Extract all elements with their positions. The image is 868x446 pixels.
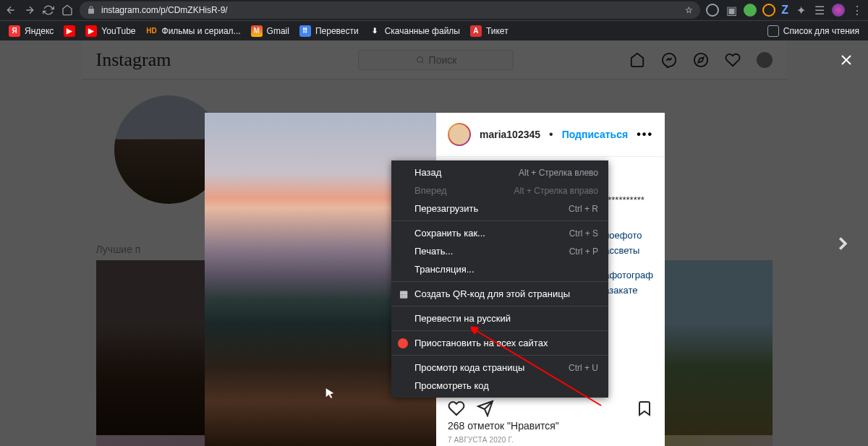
post-date: 7 АВГУСТА 2020 Г. bbox=[436, 436, 665, 446]
share-icon[interactable] bbox=[477, 400, 494, 417]
bookmark-translate[interactable]: ⠿Перевести bbox=[299, 25, 359, 37]
browser-chrome: instagram.com/p/CDmZKHisR-9/ ☆ ▣ Z ✦ ☰ ⋮… bbox=[0, 0, 868, 40]
bookmark-icon[interactable] bbox=[636, 400, 653, 417]
bookmark-gmail[interactable]: MGmail bbox=[251, 25, 289, 37]
bookmark-reading-list[interactable]: Список для чтения bbox=[767, 25, 859, 37]
ctx-reload[interactable]: ПерезагрузитьCtrl + R bbox=[391, 200, 608, 218]
bookmark-youtube-icon[interactable]: ▶ bbox=[64, 25, 75, 37]
ctx-inspect[interactable]: Просмотреть код bbox=[391, 377, 608, 395]
menu-icon[interactable]: ⋮ bbox=[851, 4, 864, 17]
post-actions bbox=[436, 394, 665, 420]
ext-icon-4[interactable] bbox=[762, 4, 775, 17]
cursor-icon bbox=[324, 387, 336, 399]
reload-icon[interactable] bbox=[42, 4, 55, 17]
address-bar[interactable]: instagram.com/p/CDmZKHisR-9/ ☆ bbox=[80, 1, 700, 19]
ctx-view-source[interactable]: Просмотр кода страницыCtrl + U bbox=[391, 359, 608, 377]
ctx-cast[interactable]: Трансляция... bbox=[391, 260, 608, 278]
post-more-icon[interactable]: ••• bbox=[637, 128, 653, 141]
ctx-forward: ВпередAlt + Стрелка вправо bbox=[391, 181, 608, 200]
context-menu: НазадAlt + Стрелка влево ВпередAlt + Стр… bbox=[391, 160, 608, 398]
qr-icon: ▦ bbox=[398, 288, 409, 300]
bookmark-youtube[interactable]: ▶YouTube bbox=[85, 25, 135, 37]
url-text: instagram.com/p/CDmZKHisR-9/ bbox=[101, 5, 228, 15]
bookmark-films[interactable]: HDФильмы и сериал... bbox=[146, 25, 241, 37]
ctx-print[interactable]: Печать...Ctrl + P bbox=[391, 242, 608, 260]
ctx-translate[interactable]: Перевести на русский bbox=[391, 309, 608, 327]
close-modal-icon[interactable] bbox=[838, 51, 855, 72]
ext-icon-1[interactable] bbox=[706, 4, 719, 17]
ctx-qr-code[interactable]: ▦Создать QR-код для этой страницы bbox=[391, 285, 608, 303]
post-header: maria102345 • Подписаться ••• bbox=[436, 113, 665, 157]
browser-toolbar: instagram.com/p/CDmZKHisR-9/ ☆ ▣ Z ✦ ☰ ⋮ bbox=[0, 0, 868, 20]
next-post-arrow[interactable] bbox=[832, 233, 854, 254]
ctx-save-as[interactable]: Сохранить как...Ctrl + S bbox=[391, 224, 608, 242]
ctx-back[interactable]: НазадAlt + Стрелка влево bbox=[391, 163, 608, 181]
bookmark-ticket[interactable]: AТикет bbox=[470, 25, 509, 37]
extension-icons: ▣ Z ✦ ☰ ⋮ bbox=[706, 4, 864, 17]
bookmark-yandex[interactable]: ЯЯндекс bbox=[9, 25, 54, 37]
extensions-icon[interactable]: ✦ bbox=[794, 4, 807, 17]
post-username[interactable]: maria102345 bbox=[480, 129, 540, 140]
ext-icon-3[interactable] bbox=[744, 4, 757, 17]
post-author-avatar[interactable] bbox=[448, 123, 471, 146]
subscribe-button[interactable]: Подписаться bbox=[562, 129, 629, 140]
likes-count[interactable]: 268 отметок "Нравится" bbox=[436, 420, 665, 436]
adblock-icon bbox=[398, 338, 408, 348]
ext-icon-2[interactable]: ▣ bbox=[725, 4, 738, 17]
lock-icon bbox=[87, 6, 95, 14]
profile-avatar-icon[interactable] bbox=[832, 4, 845, 17]
bookmark-downloads[interactable]: ⬇Скачанные файлы bbox=[369, 25, 460, 37]
forward-icon[interactable] bbox=[23, 4, 36, 17]
back-icon[interactable] bbox=[4, 4, 17, 17]
home-icon[interactable] bbox=[61, 4, 74, 17]
reading-list-icon[interactable]: ☰ bbox=[813, 4, 826, 17]
ctx-pause-adblock[interactable]: Приостановить на всех сайтах bbox=[391, 334, 608, 352]
bookmark-star-icon[interactable]: ☆ bbox=[685, 5, 693, 15]
page-content: Instagram Поиск Лучшие п bbox=[0, 40, 868, 446]
bookmarks-bar: ЯЯндекс ▶ ▶YouTube HDФильмы и сериал... … bbox=[0, 20, 868, 40]
like-icon[interactable] bbox=[448, 400, 465, 417]
ext-icon-z[interactable]: Z bbox=[781, 4, 788, 17]
